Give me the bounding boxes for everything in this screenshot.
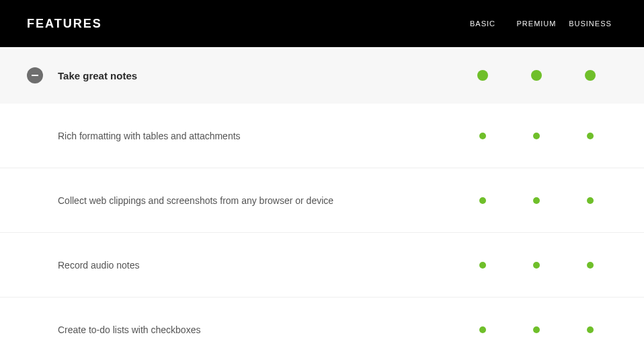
feature-row: Rich formatting with tables and attachme…: [0, 104, 644, 168]
features-heading: FEATURES: [27, 17, 456, 31]
dot-basic: [456, 326, 510, 333]
feature-availability: [456, 326, 617, 333]
feature-comparison-table: FEATURES BASIC PREMIUM BUSINESS Take gre…: [0, 0, 644, 350]
dot-premium: [510, 197, 563, 204]
feature-row: Create to-do lists with checkboxes: [0, 298, 644, 350]
feature-availability: [456, 197, 617, 204]
category-availability: [456, 70, 617, 81]
feature-availability: [456, 262, 617, 269]
plan-header-business: BUSINESS: [563, 20, 617, 28]
check-dot-icon: [587, 262, 594, 269]
dot-basic: [456, 133, 510, 139]
check-dot-icon: [477, 70, 488, 81]
dot-basic: [456, 197, 510, 204]
check-dot-icon: [585, 70, 596, 81]
check-dot-icon: [533, 326, 540, 333]
check-dot-icon: [587, 326, 594, 333]
feature-label: Create to-do lists with checkboxes: [58, 324, 456, 335]
check-dot-icon: [479, 326, 486, 333]
dot-basic: [456, 262, 510, 269]
plan-headers: BASIC PREMIUM BUSINESS: [456, 20, 617, 28]
dot-business: [563, 197, 617, 204]
feature-row: Record audio notes: [0, 233, 644, 298]
plan-header-premium: PREMIUM: [510, 20, 563, 28]
collapse-icon[interactable]: [27, 67, 43, 83]
dot-business: [563, 70, 617, 81]
svg-rect-0: [32, 75, 38, 76]
check-dot-icon: [531, 70, 542, 81]
check-dot-icon: [587, 133, 594, 139]
category-label: Take great notes: [58, 70, 456, 81]
feature-availability: [456, 133, 617, 139]
dot-premium: [510, 70, 563, 81]
feature-label: Rich formatting with tables and attachme…: [58, 131, 456, 141]
feature-label: Collect web clippings and screenshots fr…: [58, 195, 456, 206]
check-dot-icon: [479, 133, 486, 139]
check-dot-icon: [479, 197, 486, 204]
dot-business: [563, 262, 617, 269]
check-dot-icon: [533, 262, 540, 269]
dot-premium: [510, 133, 563, 139]
check-dot-icon: [479, 262, 486, 269]
feature-label: Record audio notes: [58, 260, 456, 271]
check-dot-icon: [533, 197, 540, 204]
dot-business: [563, 326, 617, 333]
check-dot-icon: [587, 197, 594, 204]
dot-business: [563, 133, 617, 139]
dot-premium: [510, 326, 563, 333]
rows-container: Take great notes Rich formatting with ta…: [0, 47, 644, 350]
feature-row: Collect web clippings and screenshots fr…: [0, 168, 644, 233]
dot-premium: [510, 262, 563, 269]
plan-header-basic: BASIC: [456, 20, 510, 28]
dot-basic: [456, 70, 510, 81]
table-header: FEATURES BASIC PREMIUM BUSINESS: [0, 0, 644, 47]
category-row[interactable]: Take great notes: [0, 47, 644, 104]
check-dot-icon: [533, 133, 540, 139]
